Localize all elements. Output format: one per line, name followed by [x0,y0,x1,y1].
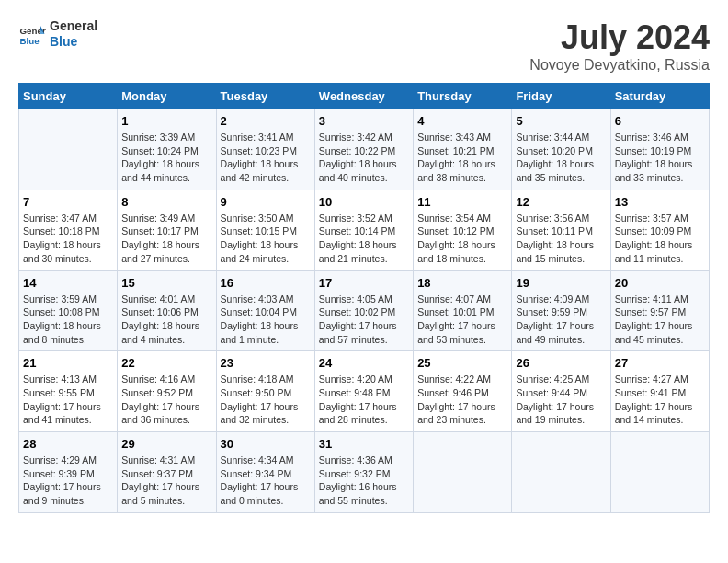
month-year: July 2024 [529,18,710,57]
day-cell: 2Sunrise: 3:41 AM Sunset: 10:23 PM Dayli… [216,109,314,190]
day-info: Sunrise: 4:07 AM Sunset: 10:01 PM Daylig… [417,293,507,347]
day-info: Sunrise: 4:16 AM Sunset: 9:52 PM Dayligh… [121,373,211,427]
day-number: 11 [417,195,507,209]
day-cell: 12Sunrise: 3:56 AM Sunset: 10:11 PM Dayl… [512,190,610,270]
day-number: 28 [23,437,113,451]
day-cell: 5Sunrise: 3:44 AM Sunset: 10:20 PM Dayli… [512,109,610,190]
day-number: 15 [121,276,211,290]
day-info: Sunrise: 3:43 AM Sunset: 10:21 PM Daylig… [417,131,507,185]
day-number: 4 [417,114,507,128]
day-cell: 16Sunrise: 4:03 AM Sunset: 10:04 PM Dayl… [216,270,314,351]
header-cell-saturday: Saturday [610,84,709,109]
week-row-4: 21Sunrise: 4:13 AM Sunset: 9:55 PM Dayli… [19,351,710,432]
day-info: Sunrise: 3:49 AM Sunset: 10:17 PM Daylig… [121,212,211,266]
day-info: Sunrise: 4:25 AM Sunset: 9:44 PM Dayligh… [516,373,606,427]
day-number: 10 [319,195,409,209]
day-info: Sunrise: 4:11 AM Sunset: 9:57 PM Dayligh… [615,293,705,347]
day-cell: 22Sunrise: 4:16 AM Sunset: 9:52 PM Dayli… [118,351,216,432]
day-info: Sunrise: 4:22 AM Sunset: 9:46 PM Dayligh… [417,373,507,427]
day-cell: 8Sunrise: 3:49 AM Sunset: 10:17 PM Dayli… [118,190,216,270]
day-cell [19,109,118,190]
day-number: 16 [221,276,311,290]
day-info: Sunrise: 3:42 AM Sunset: 10:22 PM Daylig… [319,131,409,185]
day-number: 9 [221,195,311,209]
day-number: 23 [221,356,311,370]
day-cell: 30Sunrise: 4:34 AM Sunset: 9:34 PM Dayli… [216,432,314,513]
day-number: 18 [417,276,507,290]
day-info: Sunrise: 4:05 AM Sunset: 10:02 PM Daylig… [319,293,409,347]
day-cell [610,432,709,513]
day-number: 2 [221,114,311,128]
day-cell: 24Sunrise: 4:20 AM Sunset: 9:48 PM Dayli… [314,351,413,432]
header-cell-tuesday: Tuesday [216,84,314,109]
day-number: 27 [615,356,705,370]
day-number: 22 [121,356,211,370]
day-cell: 31Sunrise: 4:36 AM Sunset: 9:32 PM Dayli… [314,432,413,513]
day-number: 26 [516,356,606,370]
logo: General Blue General Blue [18,18,97,50]
day-number: 7 [23,195,113,209]
day-cell: 17Sunrise: 4:05 AM Sunset: 10:02 PM Dayl… [314,270,413,351]
day-cell: 1Sunrise: 3:39 AM Sunset: 10:24 PM Dayli… [118,109,216,190]
day-cell: 27Sunrise: 4:27 AM Sunset: 9:41 PM Dayli… [610,351,709,432]
day-number: 3 [319,114,409,128]
week-row-5: 28Sunrise: 4:29 AM Sunset: 9:39 PM Dayli… [19,432,710,513]
day-cell: 25Sunrise: 4:22 AM Sunset: 9:46 PM Dayli… [414,351,512,432]
day-number: 31 [319,437,409,451]
page-header: General Blue General Blue July 2024 Novo… [18,18,710,74]
day-cell: 9Sunrise: 3:50 AM Sunset: 10:15 PM Dayli… [216,190,314,270]
header-cell-monday: Monday [118,84,216,109]
logo-text-general: General [50,18,97,34]
day-info: Sunrise: 4:18 AM Sunset: 9:50 PM Dayligh… [221,373,311,427]
day-info: Sunrise: 3:50 AM Sunset: 10:15 PM Daylig… [221,212,311,266]
day-cell: 7Sunrise: 3:47 AM Sunset: 10:18 PM Dayli… [19,190,118,270]
day-number: 24 [319,356,409,370]
day-info: Sunrise: 4:01 AM Sunset: 10:06 PM Daylig… [121,293,211,347]
day-info: Sunrise: 3:39 AM Sunset: 10:24 PM Daylig… [121,131,211,185]
svg-text:Blue: Blue [20,35,40,45]
day-number: 20 [615,276,705,290]
calendar-table: SundayMondayTuesdayWednesdayThursdayFrid… [18,83,710,513]
day-info: Sunrise: 4:29 AM Sunset: 9:39 PM Dayligh… [23,454,113,508]
day-number: 19 [516,276,606,290]
day-info: Sunrise: 4:31 AM Sunset: 9:37 PM Dayligh… [121,454,211,508]
day-cell: 3Sunrise: 3:42 AM Sunset: 10:22 PM Dayli… [314,109,413,190]
day-number: 8 [121,195,211,209]
day-info: Sunrise: 4:27 AM Sunset: 9:41 PM Dayligh… [615,373,705,427]
day-cell: 11Sunrise: 3:54 AM Sunset: 10:12 PM Dayl… [414,190,512,270]
day-info: Sunrise: 3:46 AM Sunset: 10:19 PM Daylig… [615,131,705,185]
day-info: Sunrise: 4:20 AM Sunset: 9:48 PM Dayligh… [319,373,409,427]
day-info: Sunrise: 3:47 AM Sunset: 10:18 PM Daylig… [23,212,113,266]
day-number: 6 [615,114,705,128]
day-number: 25 [417,356,507,370]
day-cell: 29Sunrise: 4:31 AM Sunset: 9:37 PM Dayli… [118,432,216,513]
day-info: Sunrise: 3:57 AM Sunset: 10:09 PM Daylig… [615,212,705,266]
day-number: 1 [121,114,211,128]
logo-text-blue: Blue [50,34,97,50]
day-cell: 14Sunrise: 3:59 AM Sunset: 10:08 PM Dayl… [19,270,118,351]
header-row: SundayMondayTuesdayWednesdayThursdayFrid… [19,84,710,109]
day-cell: 21Sunrise: 4:13 AM Sunset: 9:55 PM Dayli… [19,351,118,432]
day-number: 13 [615,195,705,209]
location: Novoye Devyatkino, Russia [529,57,710,74]
day-cell: 18Sunrise: 4:07 AM Sunset: 10:01 PM Dayl… [414,270,512,351]
day-info: Sunrise: 3:59 AM Sunset: 10:08 PM Daylig… [23,293,113,347]
day-cell [414,432,512,513]
day-number: 14 [23,276,113,290]
header-cell-wednesday: Wednesday [314,84,413,109]
day-cell: 20Sunrise: 4:11 AM Sunset: 9:57 PM Dayli… [610,270,709,351]
day-number: 29 [121,437,211,451]
day-info: Sunrise: 3:56 AM Sunset: 10:11 PM Daylig… [516,212,606,266]
day-cell: 10Sunrise: 3:52 AM Sunset: 10:14 PM Dayl… [314,190,413,270]
day-info: Sunrise: 3:41 AM Sunset: 10:23 PM Daylig… [221,131,311,185]
week-row-2: 7Sunrise: 3:47 AM Sunset: 10:18 PM Dayli… [19,190,710,270]
day-info: Sunrise: 3:44 AM Sunset: 10:20 PM Daylig… [516,131,606,185]
day-number: 21 [23,356,113,370]
day-cell: 26Sunrise: 4:25 AM Sunset: 9:44 PM Dayli… [512,351,610,432]
day-info: Sunrise: 4:03 AM Sunset: 10:04 PM Daylig… [221,293,311,347]
day-info: Sunrise: 4:34 AM Sunset: 9:34 PM Dayligh… [221,454,311,508]
day-cell: 15Sunrise: 4:01 AM Sunset: 10:06 PM Dayl… [118,270,216,351]
title-block: July 2024 Novoye Devyatkino, Russia [529,18,710,74]
day-info: Sunrise: 4:09 AM Sunset: 9:59 PM Dayligh… [516,293,606,347]
week-row-1: 1Sunrise: 3:39 AM Sunset: 10:24 PM Dayli… [19,109,710,190]
